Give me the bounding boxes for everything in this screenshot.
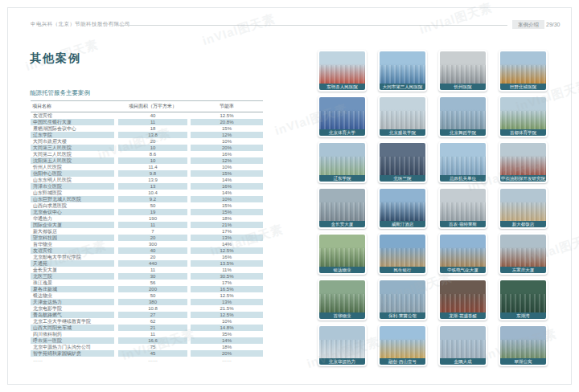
building-photo: [500, 280, 546, 312]
photo-caption: 金隅大成: [440, 358, 486, 365]
page-title: 其他案例: [30, 51, 81, 66]
building-photo: [319, 235, 365, 267]
saving-rate-cell: 35%: [191, 331, 263, 337]
project-name-cell: 友谊宾馆: [31, 112, 114, 119]
project-name-cell: 山东巨野北城人民医院: [31, 196, 114, 202]
project-name-cell: 首华物业: [31, 241, 114, 247]
project-area-cell: 40: [118, 112, 187, 119]
saving-rate-cell: 14%: [191, 241, 263, 247]
building-photo: [440, 326, 486, 358]
project-area-cell: 11.4: [118, 164, 187, 170]
project-area-cell: 200: [118, 286, 187, 292]
table-row: 大同市政府大楼2010%: [31, 138, 263, 145]
project-area-cell: 30: [118, 273, 187, 280]
project-area-cell: 9.2: [118, 196, 187, 202]
project-area-cell: 20: [118, 138, 187, 145]
project-name-cell: 天通苑: [31, 260, 114, 267]
saving-rate-cell: 15%: [191, 209, 263, 215]
project-name-cell: 国际企业大厦: [31, 222, 114, 228]
gallery-card: 北京体育大学: [318, 96, 367, 137]
project-name-cell: 沈阳第五人民医院: [31, 157, 114, 164]
project-area-cell: 380: [118, 299, 187, 305]
project-name-cell: 银达物业: [31, 292, 114, 299]
photo-caption: 融创·西山壹号: [380, 358, 425, 365]
project-name-cell: 北京邮电大学世纪学院: [31, 254, 114, 260]
gallery-card: 辽东学院: [318, 141, 367, 183]
gallery-card: 融创·西山壹号: [378, 325, 427, 366]
saving-rate-cell: 17%: [191, 280, 263, 286]
building-photo: [440, 97, 486, 129]
gallery-card: 新大都饭店: [499, 187, 548, 229]
gallery-card: 东湖湾: [499, 279, 548, 321]
saving-rate-cell: 12%: [191, 157, 263, 164]
saving-rate-cell: 14%: [191, 177, 263, 183]
project-name-cell: 大同第三人民医院: [31, 145, 114, 151]
building-photo: [380, 326, 425, 358]
project-area-cell: 8.6: [118, 151, 187, 157]
project-area-cell: 50: [118, 202, 187, 209]
saving-rate-cell: 16%: [191, 183, 263, 190]
saving-rate-cell: 30.5%: [191, 273, 263, 280]
table-row: 银达物业5012.5%: [31, 292, 263, 299]
project-name-cell: 青岛航路燃气: [31, 312, 114, 318]
project-area-cell: 440: [118, 260, 187, 267]
project-name-cell: 山西大同阳光车城: [31, 325, 114, 331]
table-row: 智学苑锦秋家园锅炉房4520%: [31, 350, 263, 357]
project-area-cell: 10: [118, 157, 187, 164]
project-name-cell: 信阳中心医院: [31, 170, 114, 177]
project-area-cell: 13.9: [118, 177, 187, 183]
project-name-cell: 山东郓城医院: [31, 190, 114, 196]
saving-rate-cell: 17%: [191, 228, 263, 235]
gallery-card: 民生银行: [378, 233, 427, 275]
project-area-cell: 10.4: [118, 190, 187, 196]
saving-rate-cell: 12%: [191, 132, 263, 138]
project-area-cell: ……: [118, 357, 187, 363]
photo-caption: 保利·莱茵公馆: [380, 312, 425, 319]
table-row: 山东郓城医院10.414%: [31, 190, 263, 196]
saving-rate-cell: 10%: [191, 138, 263, 145]
project-area-cell: 62: [118, 318, 187, 325]
project-name-cell: ……: [31, 357, 114, 363]
project-area-cell: 13.8: [118, 132, 187, 138]
projects-table: 项目名称 项目面积（万平方米） 节能率 友谊宾馆4012.5%中国民生银行大厦1…: [31, 100, 263, 363]
column-header-saving-rate: 节能率: [191, 103, 263, 110]
table-row: 望京科技园2013%: [31, 235, 263, 241]
building-photo: [380, 51, 425, 84]
project-area-cell: 56: [118, 280, 187, 286]
building-photo: [500, 97, 546, 129]
saving-rate-cell: 16%: [191, 254, 263, 260]
saving-rate-cell: 15%: [191, 202, 263, 209]
gallery-card: 中石油勘探开发研究院: [499, 141, 548, 183]
table-row: 中国民生银行大厦1120.8%: [31, 119, 263, 125]
table-row: 辽东学院13.812%: [31, 132, 263, 138]
saving-rate-cell: 20%: [191, 145, 263, 151]
saving-rate-cell: 21%: [191, 222, 263, 228]
table-row: 北医三院3030.5%: [31, 273, 263, 280]
project-name-cell: 北京中源热力门头沟分公司: [31, 344, 114, 350]
project-area-cell: 20: [118, 254, 187, 260]
project-name-cell: 大同市政府大楼: [31, 138, 114, 145]
project-area-cell: 10: [118, 145, 187, 151]
photo-caption: 北京体育大学: [319, 129, 365, 136]
table-row: 菏泽市立医院1316%: [31, 183, 263, 190]
building-photo: [440, 143, 486, 175]
column-header-project-name: 项目名称: [31, 103, 114, 110]
gallery-card: 北医三院: [378, 141, 427, 183]
saving-rate-cell: 11%: [191, 267, 263, 273]
table-row: 天通苑44013.5%: [31, 260, 263, 267]
building-photo: [380, 143, 425, 175]
photo-caption: 民生银行: [380, 267, 425, 273]
table-row: 北京邮电大学世纪学院2016%: [31, 254, 263, 260]
project-name-cell: 珠江逸景: [31, 280, 114, 286]
building-photo: [500, 143, 546, 175]
table-row: 沈阳第五人民医院1012%: [31, 157, 263, 164]
project-name-cell: 北京工业大学继续教育学院: [31, 318, 114, 325]
gallery-card: 翠湖公寓: [499, 325, 548, 366]
project-area-cell: 75: [118, 344, 187, 350]
table-row: 友谊宾馆4012.5%: [31, 247, 263, 254]
gallery-card: 中铁电气化大厦: [438, 233, 487, 275]
gallery-card: 左家庄大厦: [499, 233, 548, 275]
gallery-card: 大同市第三人民医院: [378, 50, 427, 92]
table-row: 大同第二人民医院8.616%: [31, 151, 263, 157]
table-row: 天津金达热力38013%: [31, 299, 263, 305]
